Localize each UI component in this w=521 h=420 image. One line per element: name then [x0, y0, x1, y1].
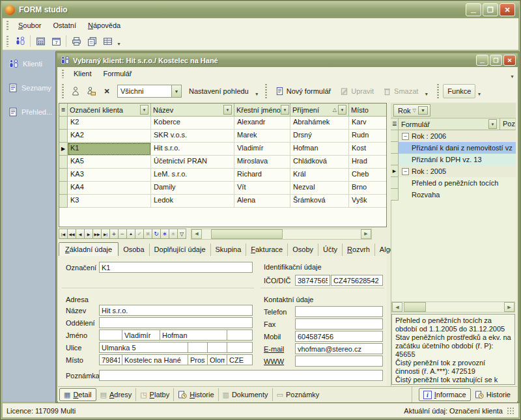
cell-oznaceni[interactable]: KA2	[68, 130, 151, 143]
nav-filter-button[interactable]: ▽	[177, 229, 186, 239]
nav-fast-next-button[interactable]: ▶▶	[92, 229, 102, 239]
scrollbar-thumb[interactable]	[211, 229, 283, 239]
table-row[interactable]: KA4 Damily Vít Nezval Brno	[59, 182, 386, 195]
nav-first-button[interactable]: |◀	[59, 229, 68, 239]
row-selector[interactable]	[391, 130, 399, 142]
client-window-titlebar[interactable]: Vybraný klient: Hit s.r.o./ Kostelec na …	[57, 53, 518, 67]
close-button[interactable]: ✕	[500, 3, 515, 16]
toolbar-overflow-chevron[interactable]: ▾	[115, 34, 122, 48]
tab-detail[interactable]: ▦ Detail	[59, 388, 96, 401]
nav-fast-prev-button[interactable]: ◀◀	[67, 229, 76, 239]
row-selector[interactable]	[391, 189, 399, 201]
table-row[interactable]: KA5 Účetnictví PRAN Miroslava Chládková …	[59, 156, 386, 169]
cell-krestni[interactable]: Alena	[234, 195, 290, 208]
form-item-label[interactable]: Rozvaha	[399, 189, 516, 201]
tab-adresy[interactable]: ▤ Adresy	[96, 388, 137, 401]
column-header-prijmeni[interactable]: Příjmení△▼	[290, 104, 349, 117]
form-item-label[interactable]: Přiznání k DPH vz. 13	[399, 154, 516, 165]
cell-oznaceni[interactable]: K1	[68, 143, 151, 156]
tab-historie[interactable]: Historie	[174, 388, 218, 401]
email-link-label[interactable]: E-mail	[264, 345, 284, 353]
nav-next-button[interactable]: ▶	[84, 229, 93, 239]
minimize-button[interactable]: —	[466, 3, 481, 16]
kraj-field[interactable]	[207, 354, 227, 365]
tab-skupina[interactable]: Skupina	[211, 244, 247, 256]
client-menubar-grip[interactable]	[61, 69, 64, 78]
row-selector[interactable]	[59, 182, 68, 195]
dropdown-button[interactable]: ▼	[171, 85, 181, 97]
client-close-button[interactable]: ✕	[503, 55, 516, 66]
jmeno-field[interactable]	[122, 329, 160, 341]
collapse-icon[interactable]: −	[402, 133, 409, 140]
menu-ostatni[interactable]: Ostatní	[47, 20, 81, 31]
cell-oznaceni[interactable]: K3	[68, 195, 151, 208]
cell-nazev[interactable]: SKR v.o.s.	[151, 130, 234, 143]
header-menu-icon[interactable]: ☰	[391, 119, 399, 130]
header-menu-icon[interactable]: ☰	[59, 104, 68, 117]
tab-platby[interactable]: ◳ Platby	[136, 388, 174, 401]
row-selector[interactable]	[59, 117, 68, 130]
ulice2-field[interactable]	[188, 342, 208, 353]
form-item-label[interactable]: Přehled o peněžních tocích	[399, 177, 516, 189]
maximize-button[interactable]: ❐	[483, 3, 498, 16]
nav-search-button[interactable]: ∗	[160, 229, 169, 239]
table-row[interactable]: KA3 LeM. s.r.o. Richard Král Cheb	[59, 169, 386, 182]
table-row[interactable]: K2 Koberce Alexandr Abrahámek Karv	[59, 117, 386, 130]
new-form-button[interactable]: Nový formulář	[271, 84, 335, 98]
dic-field[interactable]	[331, 275, 383, 286]
menubar-grip[interactable]	[6, 20, 9, 30]
client-filter-combo[interactable]: Všichni ▼	[117, 85, 182, 98]
forms-item-row[interactable]: Přiznání k dani z nemovitostí vz	[391, 142, 516, 154]
edit-client-button[interactable]	[83, 84, 99, 98]
poznamka-field[interactable]	[99, 370, 383, 381]
row-selector[interactable]	[391, 154, 399, 165]
forms-item-row[interactable]: Přehled o peněžních tocích	[391, 177, 516, 189]
cell-prijmeni[interactable]: Abrahámek	[290, 117, 349, 130]
cell-prijmeni[interactable]: Drsný	[290, 130, 349, 143]
sidebar-item-klienti[interactable]: Klienti	[3, 55, 56, 72]
mobil-field[interactable]	[295, 331, 383, 342]
cell-misto[interactable]: Rudn	[349, 130, 387, 143]
menu-klient[interactable]: Klient	[68, 68, 98, 79]
menu-formular[interactable]: Formulář	[98, 68, 138, 79]
copy-button[interactable]	[84, 34, 100, 48]
nav-insert-button[interactable]: +	[109, 229, 119, 239]
okres-field[interactable]	[188, 354, 208, 365]
cell-nazev[interactable]: Damily	[151, 182, 234, 195]
cell-misto[interactable]: Vyšk	[349, 195, 387, 208]
client-menubar-chevron[interactable]: ▾	[509, 66, 516, 81]
tab-dokumenty[interactable]: ▥ Dokumenty	[219, 388, 273, 401]
tab-rozvrh[interactable]: Rozvrh	[343, 244, 375, 256]
clients-button[interactable]	[12, 34, 28, 48]
forms-item-row[interactable]: Rozvaha	[391, 189, 516, 201]
group-label-wrap[interactable]: −Rok : 2005	[399, 165, 516, 177]
calendar-button[interactable]	[48, 34, 64, 48]
menu-soubor[interactable]: Soubor	[12, 20, 47, 31]
nav-refresh-button[interactable]: ↻	[152, 229, 161, 239]
column-header-oznaceni[interactable]: Označení klienta▼	[68, 104, 151, 117]
ulice4-field[interactable]	[227, 342, 253, 353]
row-selector-current[interactable]: ▶	[59, 143, 68, 156]
view-settings-button[interactable]: Nastavení pohledu	[184, 84, 253, 98]
nav-prev-button[interactable]: ◀	[76, 229, 85, 239]
nav-search-next-button[interactable]: ∗	[169, 229, 178, 239]
email-field[interactable]	[295, 343, 383, 354]
menu-napoveda[interactable]: Nápověda	[82, 20, 126, 31]
forms-horizontal-scrollbar[interactable]: ◀ ▶	[391, 301, 515, 313]
cell-krestni[interactable]: Richard	[234, 169, 290, 182]
psc-field[interactable]	[99, 354, 122, 365]
client-maximize-button[interactable]: ❐	[490, 55, 502, 66]
form-item-label[interactable]: Přiznání k dani z nemovitostí vz	[399, 142, 516, 154]
titul2-field[interactable]	[227, 329, 253, 341]
cell-nazev[interactable]: Účetnictví PRAN	[151, 156, 234, 169]
delete-form-button[interactable]: Smazat	[378, 84, 423, 98]
misto-field[interactable]	[122, 354, 188, 365]
tab-doplnujici-udaje[interactable]: Doplňující údaje	[150, 244, 211, 256]
column-header-poznamka[interactable]: Poz	[500, 119, 516, 130]
tab-zakladni-udaje[interactable]: Základní údaje	[59, 242, 119, 256]
ulice3-field[interactable]	[207, 342, 227, 353]
titul-field[interactable]	[99, 329, 122, 341]
app-titlebar[interactable]: FORM studio — ❐ ✕	[2, 1, 519, 18]
sidebar-item-seznamy[interactable]: Seznamy	[3, 79, 56, 96]
tab-informace[interactable]: i Informace	[419, 388, 471, 401]
